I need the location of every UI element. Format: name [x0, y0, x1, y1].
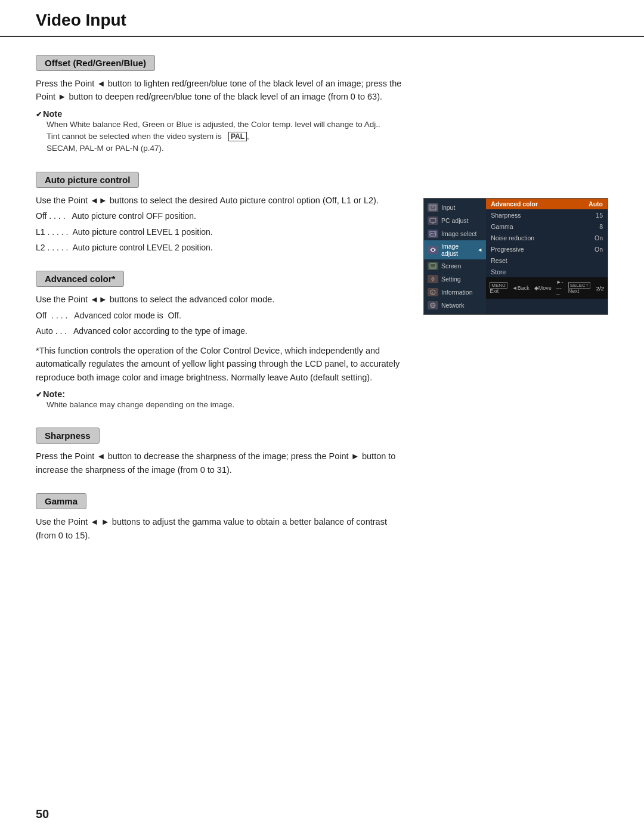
- osd-bottom-move: ◆Move: [534, 285, 552, 291]
- osd-icon-imgsel: [428, 230, 438, 238]
- svg-point-10: [432, 278, 434, 280]
- offset-body: Press the Point ◄ button to lighten red/…: [36, 77, 405, 104]
- page-header: Video Input: [0, 0, 644, 37]
- offset-note-title: Note: [36, 109, 62, 119]
- section-auto-picture: Auto picture control Use the Point ◄► bu…: [36, 172, 405, 255]
- osd-right-panel: Advanced color Auto Sharpness 15 Gamma 8…: [486, 199, 608, 314]
- osd-item-screen: Screen: [424, 259, 486, 272]
- osd-icon-pc: [428, 216, 438, 225]
- osd-label-image-select: Image select: [441, 230, 477, 237]
- osd-bottom-bar: MENU Exit ◄Back ◆Move ►------ SELECT Nex…: [486, 277, 608, 299]
- svg-text:i: i: [432, 291, 433, 295]
- osd-right-header: Advanced color Auto: [486, 199, 608, 209]
- svg-rect-0: [430, 205, 436, 210]
- osd-label-input: Input: [441, 204, 455, 211]
- advanced-color-header: Advanced color*: [36, 271, 124, 287]
- osd-item-label-store: Store: [491, 268, 506, 275]
- osd-right-header-label: Advanced color: [491, 200, 538, 208]
- page-footer: 50: [36, 807, 49, 821]
- svg-rect-2: [430, 218, 436, 222]
- osd-right-header-value: Auto: [589, 200, 603, 208]
- osd-left-panel: Input PC adjust Image select: [424, 199, 486, 314]
- page-title: Video Input: [36, 11, 126, 29]
- osd-item-setting: Setting: [424, 272, 486, 286]
- osd-arrow-indicator: ◄: [477, 247, 482, 253]
- osd-item-label-noise: Noise reduction: [491, 234, 534, 241]
- osd-bottom-exit: MENU Exit: [490, 282, 507, 294]
- osd-item-value-gamma: 8: [599, 223, 603, 230]
- osd-bottom-back: ◄Back: [512, 285, 530, 291]
- osd-label-information: Information: [441, 289, 473, 296]
- osd-label-screen: Screen: [441, 262, 461, 270]
- section-offset: Offset (Red/Green/Blue) Press the Point …: [36, 55, 405, 155]
- offset-note-content: When White balance Red, Green or Blue is…: [47, 119, 405, 155]
- svg-rect-8: [430, 264, 436, 268]
- osd-page-num: 2/2: [596, 285, 604, 292]
- osd-item-value-progressive: On: [595, 246, 603, 253]
- sharpness-body: Press the Point ◄ button to decrease the…: [36, 450, 405, 476]
- osd-icon-network: [428, 301, 438, 309]
- osd-item-label-gamma: Gamma: [491, 223, 513, 230]
- auto-picture-header: Auto picture control: [36, 172, 139, 188]
- osd-icon-info: i: [428, 288, 438, 296]
- left-column: Offset (Red/Green/Blue) Press the Point …: [36, 55, 405, 559]
- sharpness-header: Sharpness: [36, 428, 100, 444]
- osd-icon-setting: [428, 275, 438, 283]
- osd-item-image-select: Image select: [424, 227, 486, 240]
- osd-item-input: Input: [424, 201, 486, 214]
- osd-icon-imgadj: [428, 246, 438, 254]
- section-gamma: Gamma Use the Point ◄ ► buttons to adjus…: [36, 493, 405, 542]
- osd-label-setting: Setting: [441, 275, 461, 283]
- osd-item-value-sharpness: 15: [596, 212, 603, 219]
- osd-right-item-progressive: Progressive On: [486, 243, 608, 255]
- advanced-color-body: Use the Point ◄► buttons to select the a…: [36, 293, 405, 337]
- page-number: 50: [36, 807, 49, 820]
- advanced-color-note: Note: White balance may change depending…: [36, 389, 405, 411]
- section-advanced-color: Advanced color* Use the Point ◄► buttons…: [36, 271, 405, 411]
- osd-label-pc-adjust: PC adjust: [441, 217, 469, 224]
- osd-right-item-reset: Reset: [486, 255, 608, 266]
- osd-item-label-reset: Reset: [491, 257, 507, 264]
- osd-icon-screen: [428, 262, 438, 270]
- offset-note: Note When White balance Red, Green or Bl…: [36, 109, 405, 155]
- offset-header: Offset (Red/Green/Blue): [36, 55, 155, 71]
- svg-point-5: [431, 248, 435, 252]
- osd-icon-input: [428, 203, 438, 212]
- osd-right-item-store: Store: [486, 266, 608, 277]
- osd-item-pc-adjust: PC adjust: [424, 214, 486, 227]
- advanced-color-note-title: Note:: [36, 389, 65, 399]
- osd-item-label-sharpness: Sharpness: [491, 212, 521, 219]
- osd-right-item-noise: Noise reduction On: [486, 232, 608, 243]
- main-content: Offset (Red/Green/Blue) Press the Point …: [0, 55, 644, 559]
- section-sharpness: Sharpness Press the Point ◄ button to de…: [36, 428, 405, 476]
- osd-item-image-adjust: Image adjust ◄: [424, 240, 486, 259]
- advanced-color-note-content: White balance may change depending on th…: [47, 399, 405, 411]
- osd-bottom-select: SELECT Next: [568, 282, 590, 294]
- osd-screenshot: Input PC adjust Image select: [423, 198, 608, 315]
- osd-right-item-gamma: Gamma 8: [486, 221, 608, 232]
- osd-bottom-left: MENU Exit ◄Back ◆Move ►------ SELECT Nex…: [490, 279, 590, 297]
- advanced-color-asterisk: *This function controls the operation of…: [36, 344, 405, 384]
- osd-bottom-next: ►------: [556, 279, 564, 297]
- osd-right-item-sharpness: Sharpness 15: [486, 209, 608, 221]
- gamma-header: Gamma: [36, 493, 86, 509]
- auto-picture-body: Use the Point ◄► buttons to select the d…: [36, 194, 405, 255]
- osd-item-label-progressive: Progressive: [491, 246, 524, 253]
- osd-item-network: Network: [424, 299, 486, 312]
- osd-item-information: i Information: [424, 286, 486, 299]
- gamma-body: Use the Point ◄ ► buttons to adjust the …: [36, 515, 405, 542]
- osd-label-network: Network: [441, 302, 465, 309]
- osd-label-image-adjust: Image adjust: [441, 243, 474, 257]
- osd-item-value-noise: On: [595, 234, 603, 241]
- osd-menu-row: Input PC adjust Image select: [424, 199, 608, 314]
- right-column: Input PC adjust Image select: [423, 55, 608, 559]
